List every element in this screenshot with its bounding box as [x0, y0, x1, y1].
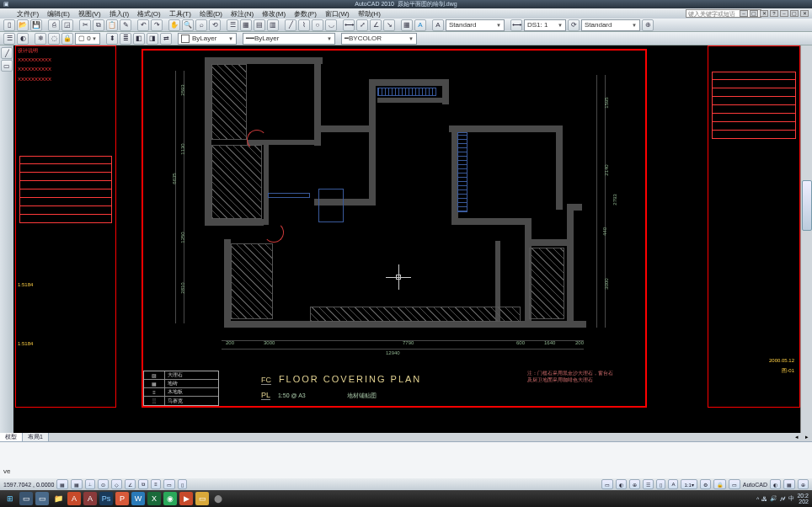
line-icon[interactable]: ╱	[285, 19, 296, 31]
status-scale[interactable]: 1:1▾	[681, 479, 697, 489]
arc-icon[interactable]: ◡	[325, 19, 337, 31]
tab-model[interactable]: 模型	[0, 433, 23, 441]
linetype-combo[interactable]: ━━ ByLayer▼	[243, 33, 335, 45]
sys-menu-icon[interactable]: ▣	[3, 1, 9, 8]
menu-help[interactable]: 帮助(H)	[358, 9, 381, 19]
menu-dimension[interactable]: 标注(N)	[231, 9, 254, 19]
lineweight-combo[interactable]: ━ BYCOLOR▼	[341, 33, 417, 45]
zoom-win-icon[interactable]: ⌕	[195, 19, 207, 31]
task-word[interactable]: W	[131, 492, 145, 505]
status-lock[interactable]: 🔒	[713, 479, 726, 489]
doc-max-icon[interactable]: ▢	[790, 10, 799, 17]
dcenter-icon[interactable]: ▦	[240, 19, 252, 31]
tray-net-icon[interactable]: 🖧	[761, 496, 767, 502]
status-clean[interactable]: ▭	[729, 479, 740, 489]
menu-file[interactable]: 文件(F)	[17, 9, 39, 19]
close-icon[interactable]: ✕	[760, 10, 768, 17]
drawing-area[interactable]: ╱ ▭ 设计说明 XXXXXXXXXX XXXXXXXXXX XXXXXXXXX…	[0, 45, 812, 433]
layer-filter-combo[interactable]: ▢ 0▼	[75, 33, 100, 45]
new-icon[interactable]: ▯	[3, 19, 15, 31]
menu-modify[interactable]: 修改(M)	[262, 9, 286, 19]
status-misc3[interactable]: ⊕	[629, 479, 640, 489]
start-icon[interactable]: ⊞	[3, 492, 17, 505]
status-misc5[interactable]: ▯	[656, 479, 665, 489]
status-tray3[interactable]: ⊕	[798, 479, 809, 489]
table-icon[interactable]: ▦	[401, 19, 413, 31]
open-icon[interactable]: 📂	[17, 19, 29, 31]
task-excel[interactable]: X	[147, 492, 161, 505]
pan-icon[interactable]: ✋	[168, 19, 180, 31]
match-icon[interactable]: ✎	[120, 19, 131, 31]
status-misc[interactable]: ▭	[601, 479, 613, 489]
command-line[interactable]: ve	[0, 441, 812, 478]
osnap-button[interactable]: ◇	[111, 479, 122, 489]
cut-icon[interactable]: ✂	[79, 19, 91, 31]
status-misc2[interactable]: ◐	[616, 479, 627, 489]
layer-state-icon[interactable]: ≣	[120, 33, 131, 45]
color-combo[interactable]: ByLayer▼	[178, 33, 237, 45]
ortho-button[interactable]: ⟂	[85, 479, 95, 489]
layer-iso-icon[interactable]: ◧	[133, 33, 145, 45]
layer-match-icon[interactable]: ⇄	[160, 33, 172, 45]
preview-icon[interactable]: ◲	[61, 19, 73, 31]
dim-style-combo[interactable]: Standard▼	[581, 19, 640, 31]
status-anno[interactable]: A	[668, 479, 678, 489]
status-ws[interactable]: ⚙	[700, 479, 711, 489]
text-icon[interactable]: A	[414, 19, 426, 31]
layer-manager-icon[interactable]: ☰	[3, 33, 15, 45]
menu-view[interactable]: 视图(V)	[78, 9, 101, 19]
dim-scale-combo[interactable]: DS1: 1▼	[524, 19, 566, 31]
leader-icon[interactable]: ↘	[383, 19, 395, 31]
dim-misc-icon[interactable]: ⊕	[642, 19, 654, 31]
dim-update-icon[interactable]: ⟳	[568, 19, 580, 31]
layer-prev-icon[interactable]: ◐	[17, 33, 29, 45]
vertical-scrollbar[interactable]	[800, 45, 812, 433]
task-video[interactable]: ▶	[179, 492, 193, 505]
layer-freeze-icon[interactable]: ❄	[35, 33, 46, 45]
task-wechat[interactable]: ◉	[163, 492, 177, 505]
redo-icon[interactable]: ↷	[151, 19, 163, 31]
tray-batt-icon[interactable]: 🗲	[780, 496, 786, 502]
snap-button[interactable]: ▦	[56, 479, 68, 489]
props-icon[interactable]: ☰	[227, 19, 238, 31]
dim-lin-icon[interactable]: ⟷	[343, 19, 355, 31]
task-app-2[interactable]: ▭	[35, 492, 49, 505]
task-ppt[interactable]: P	[115, 492, 129, 505]
doc-close-icon[interactable]: ✕	[800, 10, 809, 17]
tray-up-icon[interactable]: ^	[756, 496, 759, 502]
vrect-icon[interactable]: ▭	[1, 60, 13, 72]
task-explorer[interactable]: 📁	[51, 492, 65, 505]
pline-icon[interactable]: ⌇	[298, 19, 310, 31]
dim-style-icon[interactable]: ⟷	[510, 19, 522, 31]
menu-format[interactable]: 格式(O)	[137, 9, 161, 19]
task-app-12[interactable]: ▭	[195, 492, 209, 505]
task-app-1[interactable]: ▭	[19, 492, 33, 505]
copy-icon[interactable]: ⧉	[93, 19, 104, 31]
tray-vol-icon[interactable]: 🔊	[770, 495, 777, 502]
dim-ang-icon[interactable]: ∠	[370, 19, 382, 31]
layer-off-icon[interactable]: ◌	[48, 33, 60, 45]
print-icon[interactable]: ⎙	[48, 19, 60, 31]
text-style-combo[interactable]: Standard▼	[446, 19, 505, 31]
task-ps[interactable]: Ps	[99, 492, 113, 505]
layer-walk-icon[interactable]: ◨	[147, 33, 158, 45]
scroll-thumb[interactable]	[802, 180, 812, 231]
dim-ali-icon[interactable]: ⤢	[356, 19, 368, 31]
min-icon[interactable]: –	[740, 10, 748, 17]
menu-parametric[interactable]: 参数(P)	[294, 9, 317, 19]
max-icon[interactable]: ▢	[750, 10, 758, 17]
txt-style-icon[interactable]: A	[432, 19, 444, 31]
layer-lock-icon[interactable]: 🔒	[61, 33, 73, 45]
undo-icon[interactable]: ↶	[137, 19, 149, 31]
task-autocad2[interactable]: A	[83, 492, 97, 505]
status-tray2[interactable]: ▦	[783, 479, 795, 489]
tray-ime-icon[interactable]: 中	[788, 494, 794, 503]
qp-button[interactable]: ▭	[163, 479, 175, 489]
model-button[interactable]: ▯	[178, 479, 187, 489]
circle-icon[interactable]: ○	[312, 19, 323, 31]
sheet-icon[interactable]: ▥	[267, 19, 279, 31]
tpalette-icon[interactable]: ▤	[254, 19, 265, 31]
paste-icon[interactable]: 📋	[106, 19, 118, 31]
menu-edit[interactable]: 编辑(E)	[47, 9, 70, 19]
status-tray1[interactable]: ◐	[770, 479, 781, 489]
